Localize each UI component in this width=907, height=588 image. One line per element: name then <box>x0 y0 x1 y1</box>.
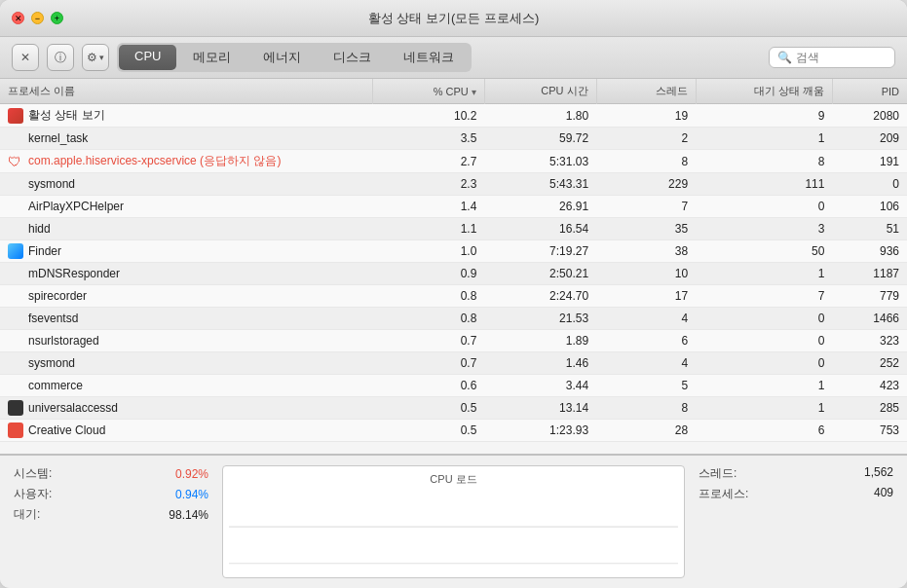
cell-pid: 2080 <box>832 104 907 128</box>
table-row[interactable]: fseventsd0.821.53401466 <box>0 308 907 330</box>
maximize-button[interactable]: + <box>51 12 63 24</box>
info-button[interactable]: ⓘ <box>47 44 74 71</box>
process-icon <box>8 266 23 281</box>
cell-cpu_pct: 1.1 <box>373 218 485 240</box>
table-row[interactable]: hidd1.116.5435351 <box>0 218 907 240</box>
table-row[interactable]: mDNSResponder0.92:50.211011187 <box>0 263 907 285</box>
cell-threads: 4 <box>596 308 696 330</box>
process-name: fseventsd <box>28 312 78 325</box>
cell-idle_wake: 1 <box>696 263 832 285</box>
table-row[interactable]: Creative Cloud0.51:23.93286753 <box>0 420 907 442</box>
process-name: AirPlayXPCHelper <box>28 200 124 213</box>
cell-threads: 17 <box>596 285 696 308</box>
process-name: kernel_task <box>28 131 88 145</box>
cell-pid: 323 <box>832 330 907 352</box>
table-area[interactable]: 프로세스 이름 % CPU ▾ CPU 시간 스레드 대기 상태 깨움 PID … <box>0 79 907 454</box>
table-row[interactable]: commerce0.63.4451423 <box>0 375 907 397</box>
process-icon <box>8 130 23 146</box>
process-icon <box>8 288 23 304</box>
table-row[interactable]: spirecorder0.82:24.70177779 <box>0 285 907 308</box>
close-button[interactable]: ✕ <box>12 12 24 24</box>
col-header-threads[interactable]: 스레드 <box>596 79 696 104</box>
table-row[interactable]: sysmond0.71.4640252 <box>0 352 907 375</box>
search-icon: 🔍 <box>777 51 792 64</box>
table-row[interactable]: kernel_task3.559.7221209 <box>0 128 907 150</box>
main-window: ✕ − + 활성 상태 보기(모든 프로세스) ✕ ⓘ ⚙ ▾ CPU 메모리 … <box>0 0 907 588</box>
cell-idle_wake: 1 <box>696 397 832 420</box>
table-row[interactable]: nsurlstoraged0.71.8960323 <box>0 330 907 352</box>
cell-cpu_time: 1.80 <box>484 104 596 128</box>
cell-threads: 2 <box>596 128 696 150</box>
process-name: universalaccessd <box>28 401 118 415</box>
table-row[interactable]: 활성 상태 보기10.21.801992080 <box>0 104 907 128</box>
process-icon <box>8 333 23 349</box>
process-icon <box>8 199 23 214</box>
cpu-load-title: CPU 로드 <box>430 472 476 487</box>
cpu-load-chart: CPU 로드 <box>222 465 685 578</box>
cell-cpu_pct: 0.7 <box>373 352 485 375</box>
process-name-cell: AirPlayXPCHelper <box>0 196 373 217</box>
table-row[interactable]: Finder1.07:19.273850936 <box>0 240 907 263</box>
cell-pid: 252 <box>832 352 907 375</box>
cell-pid: 106 <box>832 196 907 218</box>
col-header-idle-wake[interactable]: 대기 상태 깨움 <box>696 79 832 104</box>
cell-idle_wake: 6 <box>696 420 832 442</box>
process-icon <box>8 243 23 259</box>
cpu-chart-area <box>229 491 678 588</box>
cell-cpu_time: 1.46 <box>484 352 596 375</box>
close-toolbar-button[interactable]: ✕ <box>12 44 39 71</box>
cell-cpu_time: 3.44 <box>484 375 596 397</box>
cell-cpu_pct: 3.5 <box>373 128 485 150</box>
process-name-cell: spirecorder <box>0 285 373 307</box>
titlebar: ✕ − + 활성 상태 보기(모든 프로세스) <box>0 0 907 37</box>
search-input[interactable] <box>796 51 887 64</box>
gear-button[interactable]: ⚙ ▾ <box>82 44 109 71</box>
process-name-cell: Finder <box>0 240 373 262</box>
cell-cpu_pct: 0.9 <box>373 263 485 285</box>
cell-idle_wake: 0 <box>696 308 832 330</box>
tab-energy[interactable]: 에너지 <box>247 45 317 70</box>
cell-pid: 936 <box>832 240 907 263</box>
cell-cpu_pct: 0.5 <box>373 420 485 442</box>
cell-threads: 28 <box>596 420 696 442</box>
cell-threads: 8 <box>596 397 696 420</box>
table-row[interactable]: AirPlayXPCHelper1.426.9170106 <box>0 196 907 218</box>
tab-cpu[interactable]: CPU <box>119 45 176 70</box>
tab-network[interactable]: 네트워크 <box>388 45 470 70</box>
table-row[interactable]: 🛡com.apple.hiservices-xpcservice (응답하지 않… <box>0 150 907 173</box>
cell-cpu_pct: 0.5 <box>373 397 485 420</box>
tab-memory[interactable]: 메모리 <box>177 45 246 70</box>
cell-cpu_pct: 2.7 <box>373 150 485 173</box>
cell-idle_wake: 0 <box>696 196 832 218</box>
process-icon <box>8 311 23 326</box>
cell-idle_wake: 9 <box>696 104 832 128</box>
cell-pid: 285 <box>832 397 907 420</box>
cell-idle_wake: 1 <box>696 128 832 150</box>
col-header-cpu-time[interactable]: CPU 시간 <box>484 79 596 104</box>
process-icon <box>8 355 23 371</box>
process-icon <box>8 378 23 393</box>
idle-value: 98.14% <box>169 508 208 522</box>
threads-value: 1,562 <box>864 465 893 482</box>
cell-cpu_time: 26.91 <box>484 196 596 218</box>
cell-cpu_time: 1:23.93 <box>484 420 596 442</box>
process-name-cell: 활성 상태 보기 <box>0 104 373 127</box>
cell-cpu_time: 16.54 <box>484 218 596 240</box>
minimize-button[interactable]: − <box>31 12 44 24</box>
process-name: spirecorder <box>28 289 87 303</box>
table-row[interactable]: universalaccessd0.513.1481285 <box>0 397 907 420</box>
stats-left: 시스템: 0.92% 사용자: 0.94% 대기: 98.14% <box>14 465 208 578</box>
processes-value: 409 <box>874 486 893 502</box>
table-row[interactable]: sysmond2.35:43.312291110 <box>0 173 907 196</box>
cell-idle_wake: 1 <box>696 375 832 397</box>
cell-threads: 35 <box>596 218 696 240</box>
col-header-cpu-pct[interactable]: % CPU ▾ <box>373 79 485 104</box>
tab-disk[interactable]: 디스크 <box>318 45 387 70</box>
process-icon <box>8 176 23 192</box>
cell-pid: 0 <box>832 173 907 196</box>
cell-threads: 38 <box>596 240 696 263</box>
cell-pid: 1187 <box>832 263 907 285</box>
col-header-pid[interactable]: PID <box>832 79 907 104</box>
cell-threads: 6 <box>596 330 696 352</box>
search-box[interactable]: 🔍 <box>769 47 895 68</box>
